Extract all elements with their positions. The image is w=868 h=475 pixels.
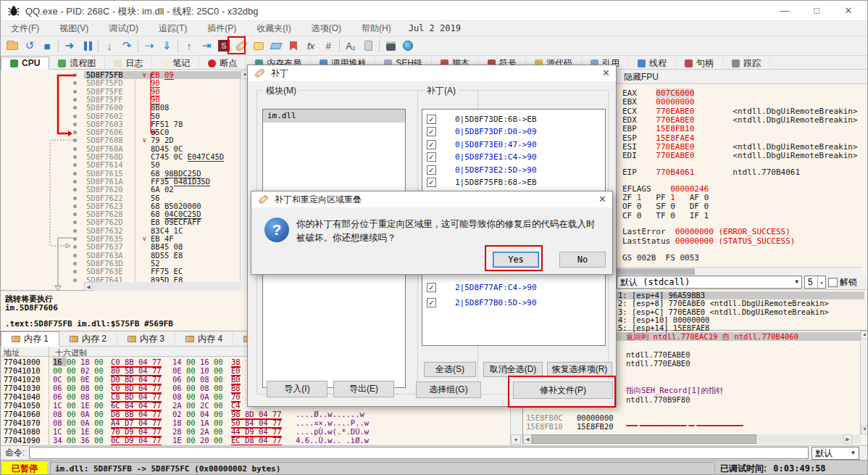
- register-row[interactable]: ECX 770EABE0 <ntdll.DbgUiRemoteBreakin>: [622, 107, 858, 116]
- stack-row[interactable]: 15E8FB0C00000000: [523, 413, 861, 422]
- patch-entry-checkbox[interactable]: ✓: [427, 152, 436, 162]
- register-row[interactable]: CF 0 TF 0 IF 1: [622, 212, 709, 220]
- step-over-icon[interactable]: ↷: [118, 38, 135, 54]
- disasm-row[interactable]: 5D8F75FD90: [84, 79, 241, 87]
- patch-entry-checkbox[interactable]: ✓: [427, 115, 436, 124]
- register-row[interactable]: EIP 770B4061 ntdll.770B4061: [622, 168, 800, 177]
- menu-视图(V)[interactable]: 视图(V): [49, 23, 99, 33]
- breakpoint-dot[interactable]: [73, 115, 77, 118]
- tab-日志[interactable]: 日志: [105, 57, 152, 70]
- menu-帮助(H)[interactable]: 帮助(H): [351, 23, 401, 33]
- pick-groups-button[interactable]: 选择组(G): [416, 381, 481, 398]
- patch-file-button[interactable]: 修补文件(P): [513, 381, 613, 399]
- register-row[interactable]: EBP 15E8FB10: [622, 125, 694, 133]
- arguments-list[interactable]: 1: [esp+4] 96A59BB32: [esp+8] 770EABE0 <…: [615, 289, 868, 330]
- register-row[interactable]: ZF 1 PF 1 AF 0: [622, 194, 709, 202]
- dump-row[interactable]: 7704109034 00 36 000C D9 04 771E 00 20 0…: [1, 436, 521, 445]
- stack-horizontal-scrollbar[interactable]: ◀ ▶: [523, 434, 861, 444]
- trace-into-icon[interactable]: ⇓: [158, 38, 175, 54]
- breakpoint-dot[interactable]: [73, 131, 77, 134]
- calculator-icon[interactable]: [382, 38, 399, 54]
- internet-icon[interactable]: [399, 38, 417, 54]
- run-to-user-code-icon[interactable]: ⇥: [198, 38, 215, 54]
- breakpoint-dot[interactable]: [73, 155, 77, 159]
- menu-插件(P)[interactable]: 插件(P): [197, 23, 246, 33]
- modules-icon[interactable]: [359, 38, 377, 54]
- breakpoint-dot[interactable]: [73, 73, 77, 77]
- breakpoint-dot[interactable]: [73, 106, 77, 110]
- tab-线程[interactable]: 线程: [629, 57, 676, 70]
- select-all-button[interactable]: 全选(S): [424, 362, 476, 377]
- tab-流程图[interactable]: 流程图: [49, 57, 105, 70]
- export-button[interactable]: 导出(E): [333, 381, 394, 397]
- registers-horizontal-scrollbar[interactable]: [615, 267, 861, 275]
- msgbox-close-icon[interactable]: ✕: [598, 194, 606, 205]
- breakpoint-dot[interactable]: [73, 212, 77, 216]
- breakpoint-dot[interactable]: [73, 188, 77, 191]
- patch-entry-checkbox[interactable]: ✓: [427, 298, 436, 307]
- breakpoint-dot[interactable]: [73, 205, 77, 208]
- memory-tab-1[interactable]: 内存 1: [1, 331, 59, 347]
- disasm-row[interactable]: 5D8F76008B08: [84, 104, 241, 112]
- breakpoint-dot[interactable]: [73, 139, 77, 142]
- strings-icon[interactable]: A₂: [342, 38, 359, 54]
- menu-文件(F)[interactable]: 文件(F): [1, 23, 49, 33]
- breakpoint-dot[interactable]: [73, 254, 77, 257]
- menu-选项(O)[interactable]: 选项(O): [301, 23, 351, 33]
- minimize-button[interactable]: —: [769, 1, 801, 21]
- calling-convention-select[interactable]: 默认 (stdcall)▼: [617, 276, 802, 289]
- functions-icon[interactable]: fx: [302, 38, 320, 54]
- patch-entry-checkbox[interactable]: ✓: [427, 165, 436, 175]
- labels-icon[interactable]: [267, 38, 285, 54]
- disasm-row[interactable]: 5D8F76206A 02: [84, 186, 241, 194]
- register-row[interactable]: GS 002B FS 0053: [622, 254, 699, 263]
- patch-dialog-close-icon[interactable]: ✕: [602, 67, 610, 78]
- breakpoint-dot[interactable]: [73, 123, 77, 126]
- register-row[interactable]: EFLAGS 00000246: [622, 185, 709, 194]
- pause-icon[interactable]: [78, 38, 96, 54]
- patch-entry-checkbox[interactable]: ✓: [427, 178, 436, 187]
- breakpoint-dot[interactable]: [73, 270, 77, 273]
- import-button[interactable]: 导入(I): [267, 381, 327, 397]
- patch-entry[interactable]: ✓2|5D8F77B0:5D->90: [422, 297, 605, 310]
- register-row[interactable]: LastError 00000000 (ERROR_SUCCESS): [622, 228, 790, 236]
- patch-entry-checkbox[interactable]: ✓: [427, 283, 436, 292]
- tab-笔记[interactable]: 笔记: [152, 57, 199, 70]
- register-row[interactable]: EDX 770EABE0 <ntdll.DbgUiRemoteBreakin>: [622, 116, 858, 125]
- patch-entry-checkbox[interactable]: ✓: [427, 127, 436, 136]
- bookmarks-icon[interactable]: [285, 38, 302, 54]
- script-icon[interactable]: S: [215, 38, 233, 54]
- patch-entry[interactable]: ✓0|5D8F73E2:5D->90: [422, 163, 605, 176]
- patch-entry[interactable]: ✓0|5D8F73E0:47->90: [422, 138, 605, 151]
- command-profile-select[interactable]: 默认▼: [811, 447, 859, 460]
- patch-dialog-titlebar[interactable]: 补丁 ✕: [248, 65, 616, 81]
- memory-tab-4[interactable]: 内存 4: [175, 331, 233, 347]
- tab-CPU[interactable]: CPU: [1, 57, 49, 70]
- stack-row[interactable]: 15E8FB1015E8FB20: [523, 422, 861, 431]
- no-button[interactable]: No: [559, 252, 606, 268]
- register-row[interactable]: LastStatus 00000000 (STATUS_SUCCESS): [622, 237, 795, 246]
- step-out-icon[interactable]: ↑: [180, 38, 198, 54]
- disasm-horizontal-scrollbar[interactable]: ◀: [84, 282, 241, 291]
- menu-追踪(T)[interactable]: 追踪(T): [149, 23, 197, 33]
- breakpoint-dot[interactable]: [73, 180, 77, 183]
- breakpoint-dot[interactable]: [73, 163, 77, 167]
- breakpoint-dot[interactable]: [73, 81, 77, 85]
- argument-row[interactable]: 2: [esp+8] 770EABE0 <ntdll.DbgUiRemoteBr…: [615, 300, 864, 307]
- breakpoint-dot[interactable]: [73, 262, 77, 265]
- run-trace-icon[interactable]: ⇢: [141, 38, 158, 54]
- register-row[interactable]: OF 0 SF 0 DF 0: [622, 202, 709, 211]
- tab-跟踪[interactable]: 跟踪: [723, 57, 770, 70]
- breakpoint-dot[interactable]: [73, 278, 77, 282]
- tab-句柄[interactable]: 句柄: [676, 57, 723, 70]
- patch-entry[interactable]: ✓2|5D8F77AF:C4->90: [422, 281, 605, 294]
- run-icon[interactable]: ➜: [61, 38, 78, 54]
- breakpoint-dot[interactable]: [73, 147, 77, 151]
- breakpoint-dot[interactable]: [73, 220, 77, 224]
- close-button[interactable]: ✕: [832, 1, 864, 21]
- dump-row[interactable]: 7704106008 00 0A 00D8 8B 04 7702 00 04 0…: [1, 410, 521, 418]
- patch-entry[interactable]: ✓0|5D8F73DE:68->EB: [422, 112, 605, 125]
- patch-entry[interactable]: ✓0|5D8F73DF:D0->09: [422, 125, 605, 139]
- breakpoint-dot[interactable]: [73, 229, 77, 233]
- patch-entry[interactable]: ✓0|5D8F73E1:C4->90: [422, 151, 605, 164]
